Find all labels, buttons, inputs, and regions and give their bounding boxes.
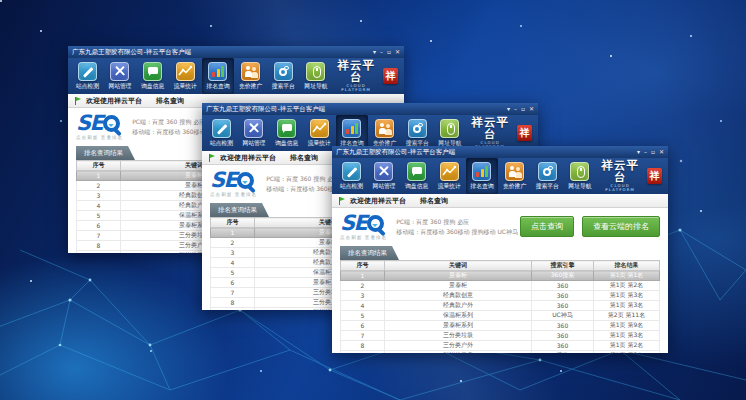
brand-logo: 祥云平台 CLOUD PLATFORM 祥 xyxy=(596,158,665,194)
view-cloud-rank-button[interactable]: 查看云端的排名 xyxy=(582,216,660,237)
table-row[interactable]: 4经典款户外360第1页 第3名 xyxy=(341,301,660,311)
toolbar-item-site-manage[interactable]: 网站管理 xyxy=(104,58,137,94)
results-tab[interactable]: 排名查询结果 xyxy=(340,246,399,260)
column-header-no: 序号 xyxy=(77,161,121,171)
results-tab[interactable]: 排名查询结果 xyxy=(76,146,135,160)
toolbar-item-label: 站点检测 xyxy=(210,139,233,148)
toolbar-item-label: 排名查询 xyxy=(470,182,493,191)
seo-logo-text: SE xyxy=(340,213,366,234)
toolbar-item-label: 流量统计 xyxy=(438,182,461,191)
toolbar-item-site-manage[interactable]: 网站管理 xyxy=(368,158,401,194)
seo-logo: SE 点击刷新 查看排名 xyxy=(340,213,387,240)
query-button[interactable]: 点击查询 xyxy=(520,216,574,237)
pencil-icon xyxy=(342,162,361,181)
toolbar-item-rank-query[interactable]: 排名查询 xyxy=(466,158,499,194)
titlebar[interactable]: 广东九鼎王塑胶有限公司-祥云平台客户端 ▾ – ▫ ✕ xyxy=(332,146,668,158)
toolbar: 站点检测 网站管理 询盘信息 流量统计 排名查询 xyxy=(332,158,668,194)
magnifier-icon xyxy=(237,172,254,189)
toolbar-item-label: 网站管理 xyxy=(372,182,395,191)
toolbar-item-site-check[interactable]: 站点检测 xyxy=(335,158,368,194)
toolbar-item-ppc-promo[interactable]: 竞价推广 xyxy=(498,158,531,194)
table-row[interactable]: 9智能垃圾房搜狗第1页 第3名 xyxy=(341,351,660,354)
column-header-keyword: 关键词 xyxy=(385,261,532,271)
toolbar-item-label: 流量统计 xyxy=(308,139,331,148)
tools-icon xyxy=(110,62,129,81)
close-button[interactable]: ✕ xyxy=(395,49,400,55)
toolbar-item-label: 网站管理 xyxy=(108,82,131,91)
table-row[interactable]: 3经典款创意360第1页 第3名 xyxy=(341,291,660,301)
table-header-row: 序号 关键词 搜索引擎 排名结果 xyxy=(341,261,660,271)
column-header-engine: 搜索引擎 xyxy=(532,261,594,271)
close-button[interactable]: ✕ xyxy=(659,149,664,155)
maximize-button[interactable]: ▫ xyxy=(387,49,391,55)
toolbar-item-traffic-stats[interactable]: 流量统计 xyxy=(433,158,466,194)
column-header-no: 序号 xyxy=(341,261,385,271)
toolbar-item-label: 搜索平台 xyxy=(536,182,559,191)
toolbar-item-search-platform[interactable]: 搜索平台 xyxy=(531,158,564,194)
people-icon xyxy=(375,119,394,138)
maximize-button[interactable]: ▫ xyxy=(521,106,525,112)
toolbar-item-traffic-stats[interactable]: 流量统计 xyxy=(303,115,336,151)
column-header-rank: 排名结果 xyxy=(594,261,660,271)
line-chart-icon xyxy=(176,62,195,81)
toolbar-item-search-platform[interactable]: 搜索平台 xyxy=(267,58,300,94)
skin-button[interactable]: ▾ xyxy=(507,106,510,112)
toolbar-item-label: 询盘信息 xyxy=(405,182,428,191)
seo-logo-tagline: 点击刷新 查看排名 xyxy=(76,135,123,140)
table-row[interactable]: 1景泰柜360搜索第1页 第1名 xyxy=(341,271,660,281)
toolbar-item-site-nav[interactable]: 网址导航 xyxy=(564,158,597,194)
minimize-button[interactable]: – xyxy=(644,149,647,155)
toolbar-item-ppc-promo[interactable]: 竞价推广 xyxy=(234,58,267,94)
toolbar-item-traffic-stats[interactable]: 流量统计 xyxy=(169,58,202,94)
flag-icon xyxy=(339,197,346,205)
flag-icon xyxy=(75,97,82,105)
toolbar: 站点检测 网站管理 询盘信息 流量统计 排名查询 xyxy=(68,58,404,94)
bar-chart-icon xyxy=(208,62,227,81)
toolbar-item-inquiry-info[interactable]: 询盘信息 xyxy=(270,115,303,151)
titlebar[interactable]: 广东九鼎王塑胶有限公司-祥云平台客户端 ▾ – ▫ ✕ xyxy=(68,46,404,58)
table-row[interactable]: 8三分类户外360第1页 第2名 xyxy=(341,341,660,351)
toolbar-item-rank-query[interactable]: 排名查询 xyxy=(202,58,235,94)
minimize-button[interactable]: – xyxy=(514,106,517,112)
app-window[interactable]: 广东九鼎王塑胶有限公司-祥云平台客户端 ▾ – ▫ ✕ 站点检测 网站管理 询盘… xyxy=(332,146,668,353)
window-title: 广东九鼎王塑胶有限公司-祥云平台客户端 xyxy=(336,148,455,157)
skin-button[interactable]: ▾ xyxy=(637,149,640,155)
people-icon xyxy=(241,62,260,81)
titlebar[interactable]: 广东九鼎王塑胶有限公司-祥云平台客户端 ▾ – ▫ ✕ xyxy=(202,103,538,115)
toolbar-item-site-manage[interactable]: 网站管理 xyxy=(238,115,271,151)
close-button[interactable]: ✕ xyxy=(529,106,534,112)
minimize-button[interactable]: – xyxy=(380,49,383,55)
table-row[interactable]: 6景泰柜系列360第1页 第9名 xyxy=(341,321,660,331)
window-title: 广东九鼎王塑胶有限公司-祥云平台客户端 xyxy=(206,105,325,114)
brand-seal: 祥 xyxy=(517,125,532,141)
flag-icon xyxy=(209,154,216,162)
table-row[interactable]: 7三分类垃圾360第1页 第3名 xyxy=(341,331,660,341)
toolbar-item-inquiry-info[interactable]: 询盘信息 xyxy=(136,58,169,94)
results-tab[interactable]: 排名查询结果 xyxy=(210,203,269,217)
toolbar-item-site-check[interactable]: 站点检测 xyxy=(71,58,104,94)
toolbar-item-site-check[interactable]: 站点检测 xyxy=(205,115,238,151)
line-chart-icon xyxy=(440,162,459,181)
toolbar-item-label: 网站管理 xyxy=(242,139,265,148)
skin-button[interactable]: ▾ xyxy=(373,49,376,55)
breadcrumb-section: 排名查询 xyxy=(156,96,184,106)
toolbar-item-site-nav[interactable]: 网址导航 xyxy=(300,58,333,94)
brand-seal: 祥 xyxy=(647,168,662,184)
magnifier-icon xyxy=(367,215,384,232)
compass-icon xyxy=(538,162,557,181)
maximize-button[interactable]: ▫ xyxy=(651,149,655,155)
compass-icon xyxy=(274,62,293,81)
mouse-icon xyxy=(306,62,325,81)
table-row[interactable]: 5保温柜系列UC神马第2页 第11名 xyxy=(341,311,660,321)
toolbar-item-inquiry-info[interactable]: 询盘信息 xyxy=(400,158,433,194)
breadcrumb: 欢迎使用祥云平台 排名查询 xyxy=(332,194,668,208)
bar-chart-icon xyxy=(342,119,361,138)
toolbar-item-label: 竞价推广 xyxy=(239,82,262,91)
window-title: 广东九鼎王塑胶有限公司-祥云平台客户端 xyxy=(72,48,191,57)
toolbar-item-label: 询盘信息 xyxy=(275,139,298,148)
breadcrumb-welcome: 欢迎使用祥云平台 xyxy=(220,153,276,163)
table-row[interactable]: 2景泰柜360第1页 第2名 xyxy=(341,281,660,291)
results-table-body: 1景泰柜360搜索第1页 第1名2景泰柜360第1页 第2名3经典款创意360第… xyxy=(341,271,660,354)
brand-name: 祥云平台 xyxy=(596,160,644,183)
breadcrumb-section: 排名查询 xyxy=(420,196,448,206)
